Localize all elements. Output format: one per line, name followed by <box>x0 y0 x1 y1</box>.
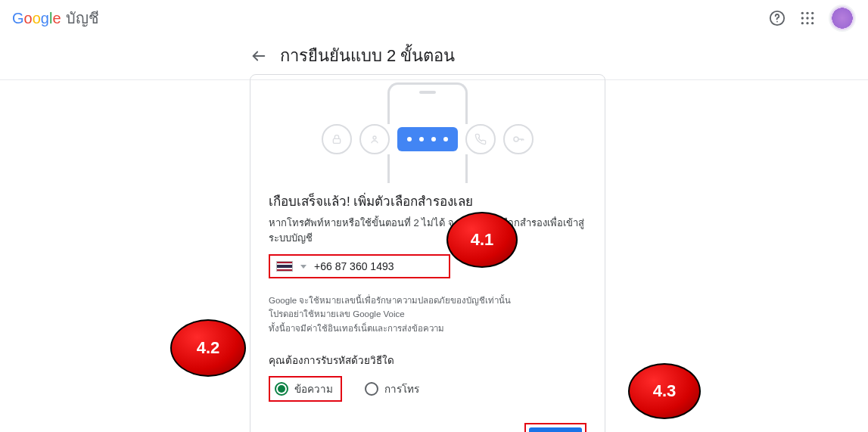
svg-point-9 <box>806 22 808 24</box>
page-title: การยืนยันแบบ 2 ขั้นตอน <box>280 42 455 69</box>
receive-method-question: คุณต้องการรับรหัสด้วยวิธีใด <box>269 352 586 368</box>
send-highlight-box: ส่ง <box>524 423 586 432</box>
svg-point-10 <box>811 22 814 24</box>
radio-phone-call[interactable]: การโทร <box>365 381 419 397</box>
radio-row: ข้อความ การโทร <box>269 376 586 402</box>
callout-4-2: 4.2 <box>170 319 246 377</box>
page-title-row: การยืนยันแบบ 2 ขั้นตอน <box>0 36 868 79</box>
phone-field[interactable]: +66 87 360 1493 <box>269 254 450 278</box>
callout-4-1: 4.1 <box>446 212 518 268</box>
svg-point-7 <box>811 17 814 19</box>
brand-suffix: บัญชี <box>66 6 99 30</box>
top-bar: G o o g l e บัญชี <box>0 0 868 36</box>
phone-value[interactable]: +66 87 360 1493 <box>314 260 394 272</box>
avatar[interactable] <box>829 5 856 32</box>
lock-icon <box>322 124 352 154</box>
back-arrow-icon[interactable] <box>250 47 268 65</box>
note-line-1: Google จะใช้หมายเลขนี้เพื่อรักษาความปลอด… <box>269 294 586 307</box>
svg-point-3 <box>806 12 808 14</box>
svg-point-2 <box>801 12 804 14</box>
svg-point-5 <box>801 17 804 19</box>
radio-text-label: ข้อความ <box>294 381 333 397</box>
chevron-down-icon[interactable] <box>300 265 306 269</box>
brand: G o o g l e บัญชี <box>12 6 99 30</box>
card-subtext: หากโทรศัพท์หายหรือใช้ขั้นตอนที่ 2 ไม่ได้… <box>269 216 586 245</box>
note-line-3: ทั้งนี้อาจมีค่าใช้อินเทอร์เน็ตและการส่งข… <box>269 322 586 335</box>
svg-point-13 <box>373 136 376 139</box>
svg-point-6 <box>806 17 808 19</box>
google-logo: G o o g l e <box>12 11 61 26</box>
key-icon <box>503 124 534 154</box>
radio-call-label: การโทร <box>384 381 419 397</box>
card-footer: ใช้ตัวเลือกสำรองอีกตัวเลือกหนึ่ง ส่ง <box>269 423 586 432</box>
code-pill-icon <box>397 127 458 151</box>
svg-point-14 <box>514 137 518 141</box>
card-heading: เกือบเสร็จแล้ว! เพิ่มตัวเลือกสำรองเลย <box>269 191 586 211</box>
svg-point-8 <box>801 22 804 24</box>
radio-text-message[interactable]: ข้อความ <box>269 376 342 402</box>
note-line-2: โปรดอย่าใช้หมายเลข Google Voice <box>269 307 586 321</box>
help-icon[interactable] <box>768 9 786 27</box>
user-icon <box>359 124 390 154</box>
topbar-right <box>768 5 856 32</box>
phone-call-icon <box>465 124 496 154</box>
icon-row <box>320 124 535 154</box>
country-flag-icon[interactable] <box>276 261 293 272</box>
svg-point-1 <box>776 21 778 23</box>
illustration <box>269 82 586 183</box>
setup-card: เกือบเสร็จแล้ว! เพิ่มตัวเลือกสำรองเลย หา… <box>250 74 605 432</box>
usage-note: Google จะใช้หมายเลขนี้เพื่อรักษาความปลอด… <box>269 294 586 335</box>
svg-point-4 <box>811 12 814 14</box>
apps-grid-icon[interactable] <box>798 9 817 27</box>
radio-dot-icon <box>365 382 378 396</box>
callout-4-3: 4.3 <box>628 363 701 419</box>
send-button[interactable]: ส่ง <box>529 427 582 432</box>
svg-rect-12 <box>333 138 340 143</box>
radio-dot-icon <box>275 382 288 396</box>
